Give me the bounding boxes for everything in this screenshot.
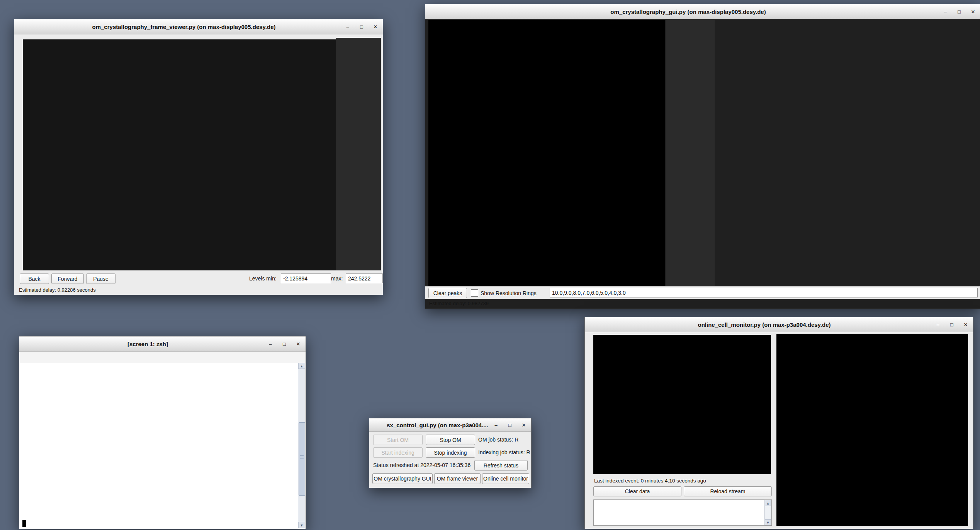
close-icon[interactable]: ✕ [295,341,302,347]
back-button[interactable]: Back [20,273,49,284]
scroll-up-icon[interactable]: ▲ [298,363,305,369]
terminal-title: [screen 1: zsh] [19,341,306,347]
cell-monitor-title: online_cell_monitor.py (on max-p3a004.de… [585,321,973,328]
cell-parameter-histograms[interactable] [593,335,771,474]
minimize-icon[interactable]: – [267,341,274,347]
om-gui-titlebar[interactable]: om_crystallography_gui.py (on max-displa… [425,4,980,19]
terminal-scrollbar-thumb[interactable] [299,422,305,496]
om-gui-levels-histogram[interactable] [666,20,715,286]
close-icon[interactable]: ✕ [372,24,379,29]
show-resolution-rings-checkbox[interactable] [471,289,478,297]
minimize-icon[interactable]: – [934,322,941,327]
terminal-output[interactable] [20,363,298,528]
peakogram-colorbar[interactable] [947,143,977,285]
om-gui-status: Estimated delay: 0.982739 [429,301,489,306]
pcell-scrollbar[interactable]: ▲ ▼ [764,500,771,525]
indexing-job-status: Indexing job status: R [478,449,530,455]
start-om-button[interactable]: Start OM [373,435,423,445]
resolution-rings-input[interactable] [550,288,978,297]
peakogram-plot[interactable] [715,143,945,285]
maximize-icon[interactable]: □ [956,9,963,14]
frame-viewer-levels-histogram[interactable] [336,38,381,270]
reload-stream-button[interactable]: Reload stream [684,486,772,496]
window-om-gui: om_crystallography_gui.py (on max-displa… [425,4,980,309]
levels-min-label: Levels min: [249,275,277,282]
online-cell-monitor-button[interactable]: Online cell monitor [482,473,529,484]
frame-viewer-controls: Back Forward Pause Levels min: max: [14,272,383,285]
minimize-icon[interactable]: – [344,24,351,29]
cell-monitor-titlebar[interactable]: online_cell_monitor.py (on max-p3a004.de… [585,317,973,332]
frame-viewer-image-canvas[interactable] [23,39,336,270]
maximize-icon[interactable]: □ [506,423,513,428]
window-terminal: [screen 1: zsh] – □ ✕ ▲ ▼ [19,336,306,529]
om-frame-viewer-button[interactable]: OM frame viewer [434,473,481,484]
levels-max-label: max: [331,275,343,282]
maximize-icon[interactable]: □ [281,341,288,347]
forward-button[interactable]: Forward [51,273,84,284]
scroll-down-icon[interactable]: ▼ [765,519,771,525]
show-resolution-rings-label: Show Resolution Rings [481,290,537,296]
om-gui-controls: Clear peaks Show Resolution Rings [425,286,980,299]
scroll-down-icon[interactable]: ▼ [298,522,305,528]
stop-indexing-button[interactable]: Stop indexing [426,447,475,458]
status-refreshed-label: Status refreshed at 2022-05-07 16:35:36 [373,462,470,468]
hit-rate-plot[interactable] [715,20,976,141]
pcell-results-box[interactable]: ▲ ▼ [593,499,772,526]
levels-min-input[interactable] [281,273,331,283]
terminal-cursor [22,520,26,527]
desktop: om_crystallography_frame_viewer.py (on m… [0,0,980,530]
om-crystallography-gui-button[interactable]: OM crystallography GUI [372,473,433,484]
start-indexing-button[interactable]: Start indexing [373,447,423,458]
levels-max-input[interactable] [346,273,383,283]
stop-om-button[interactable]: Stop OM [426,435,475,445]
terminal-scrollbar[interactable]: ▲ ▼ [298,363,305,528]
minimize-icon[interactable]: – [493,423,499,428]
frame-viewer-titlebar[interactable]: om_crystallography_frame_viewer.py (on m… [14,19,383,34]
window-sx-control: sx_control_gui.py (on max-p3a004.... – □… [369,418,532,488]
om-job-status: OM job status: R [478,437,518,443]
close-icon[interactable]: ✕ [520,423,527,428]
pause-button[interactable]: Pause [86,273,115,284]
refresh-status-button[interactable]: Refresh status [474,460,528,471]
frame-viewer-status: Estimated delay: 0.92286 seconds [19,287,96,293]
minimize-icon[interactable]: – [942,9,949,14]
maximize-icon[interactable]: □ [948,322,955,327]
clear-peaks-button[interactable]: Clear peaks [428,288,467,298]
terminal-titlebar[interactable]: [screen 1: zsh] – □ ✕ [19,336,306,352]
clear-data-button[interactable]: Clear data [593,486,681,496]
scroll-up-icon[interactable]: ▲ [765,500,771,506]
sx-control-titlebar[interactable]: sx_control_gui.py (on max-p3a004.... – □… [369,418,531,432]
close-icon[interactable]: ✕ [970,9,977,14]
frame-viewer-title: om_crystallography_frame_viewer.py (on m… [14,24,383,30]
om-gui-diffraction-canvas[interactable] [428,20,665,286]
window-cell-monitor: online_cell_monitor.py (on max-p3a004.de… [584,317,973,529]
om-gui-title: om_crystallography_gui.py (on max-displa… [425,8,980,15]
last-indexed-event-label: Last indexed event: 0 minutes 4.10 secon… [594,478,706,484]
maximize-icon[interactable]: □ [358,24,365,29]
terminal-menubar [20,352,305,363]
indexing-rate-plot[interactable] [776,334,968,526]
close-icon[interactable]: ✕ [962,322,969,327]
window-frame-viewer: om_crystallography_frame_viewer.py (on m… [14,19,383,295]
